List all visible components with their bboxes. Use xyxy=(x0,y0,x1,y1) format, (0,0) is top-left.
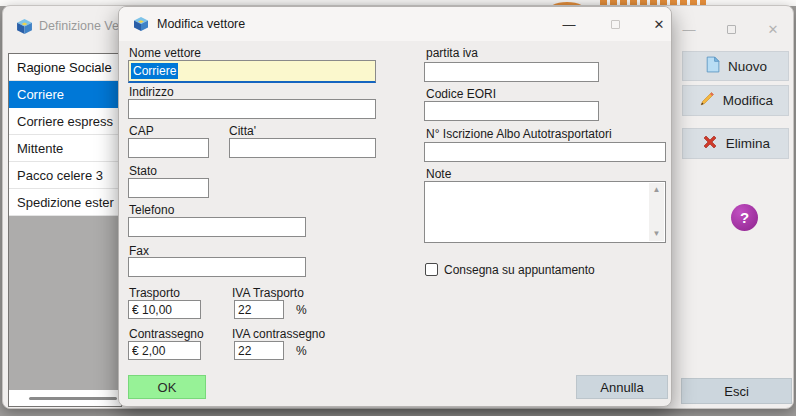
nuovo-button-label: Nuovo xyxy=(728,59,767,74)
indirizzo-input[interactable] xyxy=(128,99,376,119)
help-icon[interactable]: ? xyxy=(731,204,758,231)
new-document-icon xyxy=(704,56,721,76)
maximize-icon xyxy=(611,20,620,29)
telefono-label: Telefono xyxy=(129,203,174,217)
dialog-close-button[interactable]: ✕ xyxy=(643,7,672,41)
contrassegno-label: Contrassegno xyxy=(129,327,204,341)
table-row-mittente[interactable]: Mittente xyxy=(9,135,121,162)
back-maximize-button[interactable] xyxy=(717,16,745,42)
dialog-minimize-button[interactable]: — xyxy=(553,7,585,41)
app-cube-icon xyxy=(16,18,33,35)
stato-input[interactable] xyxy=(128,178,209,198)
stato-label: Stato xyxy=(129,164,157,178)
trasporto-input[interactable] xyxy=(128,300,201,319)
pencil-icon xyxy=(698,90,716,111)
iva-trasporto-label: IVA Trasporto xyxy=(232,286,304,300)
consegna-checkbox[interactable] xyxy=(425,263,438,276)
horizontal-scrollbar[interactable] xyxy=(9,390,121,406)
scroll-down-icon[interactable]: ▼ xyxy=(653,227,661,241)
nome-vettore-label: Nome vettore xyxy=(129,46,201,60)
dialog-modifica-vettore: Modifica vettore — ✕ Nome vettore Corrie… xyxy=(118,6,672,407)
esci-button-label: Esci xyxy=(724,384,749,399)
note-scrollbar[interactable]: ▲ ▼ xyxy=(649,183,664,241)
dialog-title: Modifica vettore xyxy=(157,17,245,31)
table-row-pacco-celere[interactable]: Pacco celere 3 xyxy=(9,162,121,189)
elimina-button[interactable]: Elimina xyxy=(682,128,789,159)
dialog-maximize-button[interactable] xyxy=(599,7,631,41)
nuovo-button[interactable]: Nuovo xyxy=(682,51,789,81)
ok-button-label: OK xyxy=(158,380,177,395)
fax-label: Fax xyxy=(129,244,149,258)
iva-trasporto-input[interactable] xyxy=(234,300,284,319)
annulla-button-label: Annulla xyxy=(600,380,643,395)
dialog-cube-icon xyxy=(133,16,150,33)
modifica-button-label: Modifica xyxy=(723,93,773,108)
table-row-corriere-espresso[interactable]: Corriere espress xyxy=(9,108,121,135)
cap-label: CAP xyxy=(129,124,154,138)
back-window-title: Definizione Vett xyxy=(39,19,126,33)
esci-button[interactable]: Esci xyxy=(681,378,792,404)
note-textarea[interactable]: ▲ ▼ xyxy=(424,181,666,243)
contrassegno-input[interactable] xyxy=(128,341,201,360)
cap-input[interactable] xyxy=(128,138,209,158)
partita-iva-label: partita iva xyxy=(426,46,478,60)
dialog-titlebar: Modifica vettore — ✕ xyxy=(119,7,671,41)
delete-x-icon xyxy=(701,133,719,154)
table-header-ragione-sociale: Ragione Sociale xyxy=(9,54,121,81)
table-row-corriere[interactable]: Corriere xyxy=(9,81,121,108)
iva-contrassegno-input[interactable] xyxy=(234,341,284,360)
selected-text: Corriere xyxy=(131,63,178,79)
partita-iva-input[interactable] xyxy=(424,62,599,82)
modifica-button[interactable]: Modifica xyxy=(682,85,789,116)
scrollbar-thumb[interactable] xyxy=(29,397,117,400)
percent-sign-trasporto: % xyxy=(296,303,307,317)
trasporto-label: Trasporto xyxy=(129,286,180,300)
ok-button[interactable]: OK xyxy=(128,375,206,399)
carriers-table: Ragione Sociale Corriere Corriere espres… xyxy=(8,53,122,407)
nome-vettore-input[interactable]: Corriere xyxy=(128,60,376,83)
scroll-up-icon[interactable]: ▲ xyxy=(653,183,661,197)
maximize-icon xyxy=(727,25,736,34)
indirizzo-label: Indirizzo xyxy=(129,85,174,99)
table-row-spedizione-estera[interactable]: Spedizione ester xyxy=(9,189,121,216)
telefono-input[interactable] xyxy=(128,217,306,237)
note-label: Note xyxy=(426,167,451,181)
fax-input[interactable] xyxy=(128,257,306,277)
consegna-checkbox-label: Consegna su appuntamento xyxy=(444,263,595,277)
back-close-button[interactable]: ✕ xyxy=(759,16,787,42)
percent-sign-contrassegno: % xyxy=(296,344,307,358)
elimina-button-label: Elimina xyxy=(726,136,770,151)
citta-input[interactable] xyxy=(229,138,376,158)
annulla-button[interactable]: Annulla xyxy=(576,375,668,399)
citta-label: Citta' xyxy=(229,124,256,138)
codice-eori-input[interactable] xyxy=(424,101,599,121)
back-minimize-button[interactable]: — xyxy=(675,16,703,42)
albo-input[interactable] xyxy=(424,142,666,162)
codice-eori-label: Codice EORI xyxy=(426,87,496,101)
albo-label: N° Iscrizione Albo Autotrasportatori xyxy=(426,127,612,141)
iva-contrassegno-label: IVA contrassegno xyxy=(232,327,325,341)
